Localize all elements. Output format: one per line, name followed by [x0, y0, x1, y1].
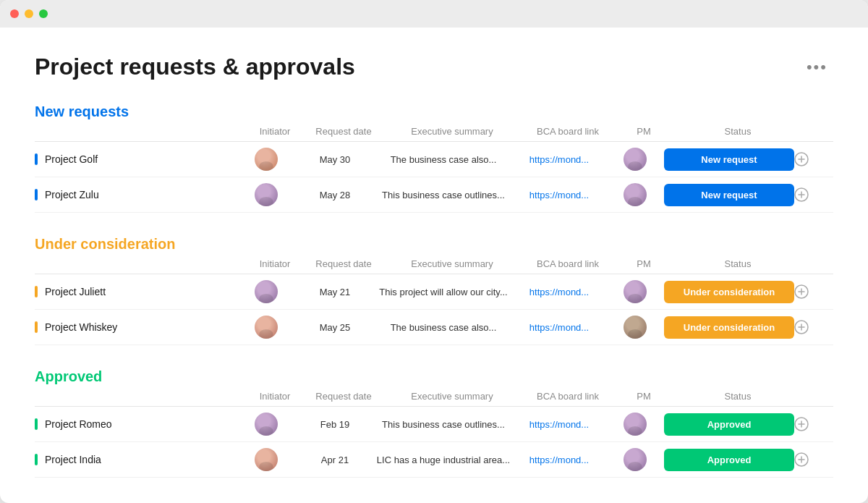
col-header-0 [43, 391, 246, 402]
col-header-1: Initiator [246, 391, 304, 402]
section-header-new-requests: New requests [35, 103, 833, 120]
add-row-button[interactable] [794, 187, 809, 202]
col-headers-under-consideration: InitiatorRequest dateExecutive summaryBC… [35, 254, 833, 274]
pm-cell [606, 280, 664, 303]
project-name: Project Golf [45, 153, 98, 165]
bca-board-link-cell[interactable]: https://mond... [512, 287, 606, 297]
request-date-cell: May 30 [295, 154, 375, 165]
page-header: Project requests & approvals ••• [35, 54, 833, 80]
pm-avatar [624, 280, 647, 303]
table-row: Project IndiaApr 21LIC has a huge indust… [35, 442, 833, 478]
page-title: Project requests & approvals [35, 54, 355, 80]
row-name-cell: Project Golf [35, 153, 237, 165]
initiator-cell [237, 183, 295, 206]
section-title-new-requests: New requests [35, 103, 129, 120]
bca-board-link-cell[interactable]: https://mond... [512, 190, 606, 200]
row-name-cell: Project Juliett [35, 286, 237, 297]
project-name: Project Whiskey [45, 321, 117, 333]
col-header-2: Request date [304, 126, 383, 137]
status-badge[interactable]: Under consideration [664, 281, 794, 303]
project-name: Project India [45, 454, 101, 465]
status-cell[interactable]: Approved [664, 449, 794, 471]
maximize-dot[interactable] [39, 9, 48, 18]
col-header-7 [803, 126, 826, 137]
add-row-button[interactable] [794, 284, 809, 299]
add-cell [794, 152, 817, 166]
status-badge[interactable]: New request [664, 184, 794, 206]
status-badge[interactable]: New request [664, 148, 794, 171]
col-header-5: PM [615, 258, 673, 269]
add-row-button[interactable] [794, 417, 809, 431]
row-name-cell: Project Whiskey [35, 321, 237, 333]
col-header-7 [803, 391, 826, 402]
col-headers-approved: InitiatorRequest dateExecutive summaryBC… [35, 386, 833, 407]
status-cell[interactable]: New request [664, 184, 794, 206]
initiator-avatar [255, 448, 278, 471]
request-date-cell: Feb 19 [295, 419, 375, 430]
col-header-2: Request date [304, 391, 383, 402]
close-dot[interactable] [10, 9, 19, 18]
pm-avatar [624, 148, 647, 171]
add-row-button[interactable] [794, 152, 809, 166]
col-headers-new-requests: InitiatorRequest dateExecutive summaryBC… [35, 122, 833, 142]
status-cell[interactable]: Under consideration [664, 281, 794, 303]
col-header-4: BCA board link [521, 126, 615, 137]
initiator-cell [237, 316, 295, 339]
status-cell[interactable]: Approved [664, 413, 794, 436]
col-header-4: BCA board link [521, 258, 615, 269]
executive-summary-cell: This business case outlines... [375, 419, 512, 430]
status-cell[interactable]: New request [664, 148, 794, 171]
pm-cell [606, 148, 664, 171]
add-row-button[interactable] [794, 320, 809, 334]
pm-avatar [624, 316, 647, 339]
row-name-cell: Project Romeo [35, 418, 237, 430]
request-date-cell: Apr 21 [295, 455, 375, 465]
row-border [35, 286, 38, 297]
bca-board-link-cell[interactable]: https://mond... [512, 154, 606, 165]
section-header-under-consideration: Under consideration [35, 236, 833, 253]
add-row-button[interactable] [794, 452, 809, 467]
pm-avatar [624, 413, 647, 436]
table-row: Project RomeoFeb 19This business case ou… [35, 407, 833, 442]
executive-summary-cell: This business case outlines... [375, 190, 512, 200]
col-header-4: BCA board link [521, 391, 615, 402]
pm-cell [606, 448, 664, 471]
section-new-requests: New requestsInitiatorRequest dateExecuti… [35, 103, 833, 213]
initiator-avatar [255, 413, 278, 436]
pm-avatar [624, 183, 647, 206]
bca-board-link-cell[interactable]: https://mond... [512, 419, 606, 430]
status-cell[interactable]: Under consideration [664, 316, 794, 339]
executive-summary-cell: The business case also... [375, 322, 512, 333]
pm-avatar [624, 448, 647, 471]
status-badge[interactable]: Approved [664, 449, 794, 471]
col-header-6: Status [673, 258, 803, 269]
add-cell [794, 452, 817, 467]
bca-board-link-cell[interactable]: https://mond... [512, 455, 606, 465]
initiator-avatar [255, 183, 278, 206]
table-row: Project WhiskeyMay 25The business case a… [35, 310, 833, 345]
status-badge[interactable]: Approved [664, 413, 794, 436]
initiator-avatar [255, 280, 278, 303]
section-title-under-consideration: Under consideration [35, 236, 175, 253]
minimize-dot[interactable] [25, 9, 33, 18]
col-header-0 [43, 258, 246, 269]
row-border [35, 321, 38, 333]
col-header-3: Executive summary [383, 126, 521, 137]
more-button[interactable]: ••• [801, 55, 833, 80]
col-header-1: Initiator [246, 126, 304, 137]
col-header-6: Status [673, 126, 803, 137]
executive-summary-cell: LIC has a huge industrial area... [375, 455, 512, 465]
status-badge[interactable]: Under consideration [664, 316, 794, 339]
section-title-approved: Approved [35, 368, 102, 385]
initiator-cell [237, 148, 295, 171]
sections-container: New requestsInitiatorRequest dateExecuti… [35, 103, 833, 478]
table-row: Project ZuluMay 28This business case out… [35, 177, 833, 213]
executive-summary-cell: This project will allow our city... [375, 287, 512, 297]
add-cell [794, 187, 817, 202]
row-border [35, 153, 38, 165]
add-cell [794, 284, 817, 299]
bca-board-link-cell[interactable]: https://mond... [512, 322, 606, 333]
row-name-cell: Project Zulu [35, 189, 237, 200]
col-header-7 [803, 258, 826, 269]
section-approved: ApprovedInitiatorRequest dateExecutive s… [35, 368, 833, 478]
